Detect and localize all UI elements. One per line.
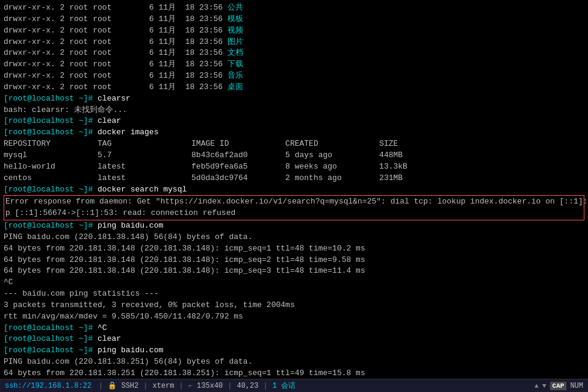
terminal-window[interactable]: drwxr-xr-x. 2 root root 6 11月 18 23:56 公…	[0, 0, 588, 379]
protocol-label: 🔒 SSH2	[108, 381, 138, 390]
status-right-group: ▲ ▼ CAP NUM	[534, 382, 583, 390]
output-line: hello-world latest feb5d9fea6a5 8 weeks …	[4, 161, 584, 173]
command-line: [root@localhost ~]# ping baidu.com	[4, 220, 584, 232]
output-line: centos latest 5d0da3dc9764 2 months ago …	[4, 173, 584, 184]
command-line: [root@localhost ~]# docker images	[4, 127, 584, 138]
list-item: drwxr-xr-x. 2 root root 6 11月 18 23:56 桌…	[4, 82, 584, 93]
connection-info: ssh://192.168.1.8:22	[5, 382, 91, 390]
num-indicator: NUM	[570, 382, 583, 390]
session-count: 1 会话	[273, 381, 296, 391]
command-line: [root@localhost ~]# clear	[4, 334, 584, 345]
command-line: [root@localhost ~]# clear	[4, 116, 584, 127]
list-item: drwxr-xr-x. 2 root root 6 11月 18 23:56 下…	[4, 59, 584, 70]
command-line: [root@localhost ~]# clearsr	[4, 93, 584, 105]
output-line: rtt min/avg/max/mdev = 9.585/10.450/11.4…	[4, 311, 584, 323]
output-line: 64 bytes from 220.181.38.148 (220.181.38…	[4, 255, 584, 266]
list-item: drwxr-xr-x. 2 root root 6 11月 18 23:56 公…	[4, 2, 584, 14]
output-line: PING baidu.com (220.181.38.251) 56(84) b…	[4, 356, 584, 368]
error-box: Error response from daemon: Get "https:/…	[4, 195, 584, 220]
scroll-up-icon[interactable]: ▲	[534, 382, 539, 390]
scroll-down-icon[interactable]: ▼	[542, 382, 546, 390]
error-line: Error response from daemon: Get "https:/…	[5, 196, 583, 208]
status-bar: ssh://192.168.1.8:22 | 🔒 SSH2 | xterm | …	[0, 379, 588, 392]
output-line: 3 packets transmitted, 3 received, 0% pa…	[4, 300, 584, 311]
output-line: mysql 5.7 8b43c6af2ad0 5 days ago 448MB	[4, 150, 584, 161]
list-item: drwxr-xr-x. 2 root root 6 11月 18 23:56 视…	[4, 25, 584, 37]
list-item: drwxr-xr-x. 2 root root 6 11月 18 23:56 音…	[4, 70, 584, 82]
dimensions: ⌐ 135x40	[188, 382, 223, 390]
output-line: --- baidu.com ping statistics ---	[4, 288, 584, 300]
output-line: 64 bytes from 220.181.38.148 (220.181.38…	[4, 266, 584, 277]
list-item: drwxr-xr-x. 2 root root 6 11月 18 23:56 文…	[4, 48, 584, 59]
output-line: bash: clearsr: 未找到命令...	[4, 105, 584, 116]
output-line: 64 bytes from 220.181.38.251 (220.181.38…	[4, 368, 584, 379]
cursor-position: 40,23	[237, 382, 259, 390]
list-item: drwxr-xr-x. 2 root root 6 11月 18 23:56 图…	[4, 37, 584, 48]
command-line: [root@localhost ~]# docker search mysql	[4, 184, 584, 196]
terminal-type: xterm	[152, 382, 174, 390]
cap-indicator: CAP	[550, 382, 567, 390]
command-line: [root@localhost ~]# ^C	[4, 323, 584, 334]
output-line: 64 bytes from 220.181.38.148 (220.181.38…	[4, 243, 584, 255]
output-line: PING baidu.com (220.181.38.148) 56(84) b…	[4, 232, 584, 243]
list-item: drwxr-xr-x. 2 root root 6 11月 18 23:56 模…	[4, 14, 584, 25]
command-line: [root@localhost ~]# ping baidu.com	[4, 345, 584, 356]
error-line: p [::1]:56674->[::1]:53: read: connectio…	[5, 208, 583, 219]
output-line: ^C	[4, 277, 584, 288]
output-line: REPOSITORY TAG IMAGE ID CREATED SIZE	[4, 138, 584, 150]
